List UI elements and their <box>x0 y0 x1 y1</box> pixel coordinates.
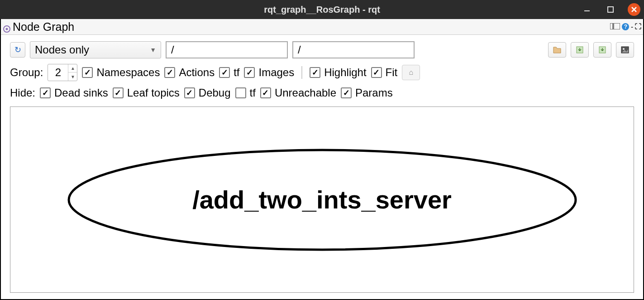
spinner-down-icon[interactable]: ▼ <box>68 73 77 81</box>
graph-view[interactable]: /add_two_ints_server <box>10 106 634 293</box>
highlight-label: Highlight <box>324 66 366 79</box>
save-dot-button[interactable] <box>571 42 589 58</box>
unreachable-label: Unreachable <box>275 87 336 99</box>
maximize-button[interactable] <box>604 3 617 16</box>
params-label: Params <box>355 87 393 99</box>
fit-label: Fit <box>386 66 398 79</box>
svg-rect-1 <box>608 7 613 12</box>
dock-layout-icon[interactable] <box>610 23 620 31</box>
dead-sinks-label: Dead sinks <box>54 87 108 99</box>
debug-checkbox[interactable]: ✓ <box>184 87 195 98</box>
graph-node-label: /add_two_ints_server <box>55 141 589 259</box>
tf-group-checkbox[interactable]: ✓ <box>219 67 230 78</box>
reset-icon: ⌂ <box>409 68 413 77</box>
leaf-topics-checkbox[interactable]: ✓ <box>113 87 124 98</box>
images-label: Images <box>258 66 294 79</box>
dead-sinks-checkbox[interactable]: ✓ <box>40 87 51 98</box>
actions-label: Actions <box>179 66 215 79</box>
highlight-checkbox[interactable]: ✓ <box>310 67 320 78</box>
panel-title: Node Graph <box>13 20 74 34</box>
filter-mode-value: Nodes only <box>35 44 89 56</box>
save-svg-button[interactable] <box>593 42 611 58</box>
params-checkbox[interactable]: ✓ <box>341 87 352 98</box>
load-dot-button[interactable] <box>548 42 566 58</box>
topic-filter-input[interactable] <box>292 41 415 58</box>
svg-point-5 <box>6 28 8 30</box>
svg-rect-7 <box>614 23 620 29</box>
gear-icon <box>3 23 11 31</box>
tf-hide-label: tf <box>250 87 256 99</box>
actions-checkbox[interactable]: ✓ <box>164 67 175 78</box>
panel-header: Node Graph ? - <box>1 19 643 34</box>
fit-checkbox[interactable]: ✓ <box>371 67 382 78</box>
separator <box>301 66 302 79</box>
tf-hide-checkbox[interactable] <box>235 87 246 98</box>
window-controls <box>581 3 640 16</box>
chevron-down-icon: ▼ <box>150 46 156 53</box>
svg-rect-6 <box>610 23 613 29</box>
graph-node[interactable]: /add_two_ints_server <box>55 141 589 259</box>
detach-panel-icon[interactable] <box>635 23 641 31</box>
unreachable-checkbox[interactable]: ✓ <box>260 87 271 98</box>
debug-label: Debug <box>199 87 231 99</box>
titlebar: rqt_graph__RosGraph - rqt <box>0 0 644 19</box>
tf-group-label: tf <box>234 66 239 79</box>
namespaces-checkbox[interactable]: ✓ <box>82 67 93 78</box>
minimize-button[interactable] <box>581 3 593 16</box>
leaf-topics-label: Leaf topics <box>127 87 180 99</box>
window-title: rqt_graph__RosGraph - rqt <box>264 5 380 15</box>
group-depth-spinner[interactable]: 2 ▲ ▼ <box>48 64 77 81</box>
refresh-icon: ↻ <box>14 45 21 55</box>
group-depth-value: 2 <box>48 66 68 79</box>
node-filter-input[interactable] <box>166 41 288 58</box>
filter-mode-combo[interactable]: Nodes only ▼ <box>30 41 161 58</box>
spinner-up-icon[interactable]: ▲ <box>68 64 77 73</box>
group-label: Group: <box>10 66 43 79</box>
minimize-panel-icon[interactable]: - <box>631 23 633 30</box>
close-button[interactable] <box>628 3 640 16</box>
images-checkbox[interactable]: ✓ <box>244 67 255 78</box>
namespaces-label: Namespaces <box>96 66 160 79</box>
help-icon[interactable]: ? <box>622 23 629 30</box>
save-image-button[interactable] <box>616 42 634 58</box>
fit-reset-button[interactable]: ⌂ <box>402 65 420 80</box>
hide-label: Hide: <box>10 87 35 99</box>
refresh-button[interactable]: ↻ <box>10 42 25 58</box>
svg-point-11 <box>623 48 625 50</box>
